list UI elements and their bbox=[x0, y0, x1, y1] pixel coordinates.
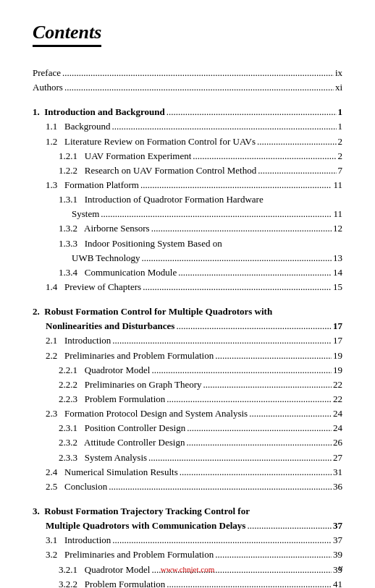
toc-label-s1.3.4: 1.3.4 Communication Module bbox=[59, 265, 177, 280]
toc-label-s1.2: 1.2 Literature Review on Formation Contr… bbox=[46, 135, 256, 149]
toc-label-s2.3.3: 2.3.3 System Analysis bbox=[59, 451, 147, 465]
toc-label-s1.3.2: 1.3.2 Airborne Sensors bbox=[59, 221, 150, 236]
toc-line-s2.5: 2.5 Conclusion..........................… bbox=[33, 480, 342, 494]
toc-line-s3.2.2: 3.2.2 Problem Formulation...............… bbox=[33, 577, 342, 588]
toc-line-s2.2.3: 2.2.3 Problem Formulation...............… bbox=[33, 392, 342, 406]
toc-line-s1.2: 1.2 Literature Review on Formation Contr… bbox=[33, 135, 342, 149]
toc-line-s2.2.1: 2.2.1 Quadrotor Model...................… bbox=[33, 363, 342, 378]
toc-container: Preface.................................… bbox=[33, 66, 342, 588]
toc-label-s1.3.1a: 1.3.1 Introduction of Quadrotor Formatio… bbox=[59, 192, 264, 207]
toc-page-preface: ix bbox=[335, 66, 342, 80]
toc-page-s2.4: 31 bbox=[333, 465, 342, 480]
toc-label-s1.1: 1.1 Background bbox=[46, 119, 111, 134]
toc-line-s1.3.3b: UWB Technology..........................… bbox=[33, 251, 342, 265]
toc-dots-s2.3.1: ........................................… bbox=[187, 421, 332, 435]
toc-page-s1.3.2: 12 bbox=[333, 221, 342, 236]
toc-label-s2.3.2: 2.3.2 Attitude Controller Design bbox=[59, 435, 185, 450]
toc-page-ch3b: 37 bbox=[333, 519, 342, 533]
toc-page-s1.2.2: 7 bbox=[338, 163, 343, 178]
toc-page-s2.2.1: 19 bbox=[333, 363, 342, 378]
toc-dots-s2.3.2: ........................................… bbox=[186, 435, 332, 450]
toc-line-s2.4: 2.4 Numerical Simulation Results........… bbox=[33, 465, 342, 480]
toc-line-s3.1: 3.1 Introduction........................… bbox=[33, 533, 342, 547]
toc-page-s1.3: 11 bbox=[333, 178, 342, 192]
toc-dots-s2.2.3: ........................................… bbox=[167, 392, 332, 406]
toc-page-s1.1: 1 bbox=[338, 119, 343, 134]
toc-page-s3.2.2: 41 bbox=[333, 577, 342, 588]
toc-line-s1.3.2: 1.3.2 Airborne Sensors..................… bbox=[33, 221, 342, 236]
toc-label-s1.3.3b: UWB Technology bbox=[72, 251, 140, 265]
toc-line-ch2b: Nonlinearities and Disturbances.........… bbox=[33, 319, 342, 333]
toc-line-s3.2: 3.2 Preliminaries and Problem Formulatio… bbox=[33, 547, 342, 562]
toc-line-ch1: 1. Introduction and Background..........… bbox=[33, 105, 342, 119]
toc-page-s1.3.1b: 11 bbox=[333, 207, 342, 221]
toc-page-s2.2.3: 22 bbox=[333, 392, 342, 406]
contents-header: Contents bbox=[33, 22, 342, 51]
toc-page-s3.2: 39 bbox=[333, 547, 342, 562]
toc-label-s1.2.1: 1.2.1 UAV Formation Experiment bbox=[59, 149, 191, 163]
toc-page-authors: xi bbox=[335, 80, 342, 95]
toc-page-s2.1: 17 bbox=[333, 333, 342, 348]
toc-label-s3.2.2: 3.2.2 Problem Formulation bbox=[59, 577, 165, 588]
toc-dots-s1.3.1b: ........................................… bbox=[101, 207, 332, 221]
toc-label-s2.3: 2.3 Formation Protocol Design and System… bbox=[46, 406, 248, 421]
toc-line-authors: Authors.................................… bbox=[33, 80, 342, 95]
toc-dots-s2.5: ........................................… bbox=[109, 480, 332, 494]
toc-dots-preface: ........................................… bbox=[62, 66, 334, 80]
toc-label-s1.3.3a: 1.3.3 Indoor Positioning System Based on bbox=[59, 237, 222, 251]
footer-url[interactable]: www.chnjet.com bbox=[161, 565, 214, 574]
toc-label-s3.1: 3.1 Introduction bbox=[46, 533, 111, 547]
toc-dots-s1.3.2: ........................................… bbox=[151, 221, 332, 236]
toc-dots-s2.3: ........................................… bbox=[249, 406, 332, 421]
toc-page-s1.2.1: 2 bbox=[338, 149, 343, 163]
toc-label-s2.2.1: 2.2.1 Quadrotor Model bbox=[59, 363, 150, 378]
toc-label-preface: Preface bbox=[33, 66, 61, 80]
toc-label-ch1: 1. Introduction and Background bbox=[33, 105, 165, 119]
toc-label-s2.3.1: 2.3.1 Position Controller Design bbox=[59, 421, 185, 435]
toc-line-ch3a: 3. Robust Formation Trajectory Tracking … bbox=[33, 504, 342, 519]
toc-dots-s1.2.1: ........................................… bbox=[193, 149, 336, 163]
toc-line-s2.2.2: 2.2.2 Preliminaries on Graph Theory.....… bbox=[33, 378, 342, 392]
toc-page-s2.3.2: 26 bbox=[333, 435, 342, 450]
toc-dots-ch2b: ........................................… bbox=[176, 319, 332, 333]
toc-dots-ch3b: ........................................… bbox=[247, 519, 332, 533]
toc-page-s2.2: 19 bbox=[333, 349, 342, 363]
toc-line-preface: Preface.................................… bbox=[33, 66, 342, 80]
toc-dots-s1.1: ........................................… bbox=[112, 119, 337, 134]
toc-dots-ch1: ........................................… bbox=[167, 105, 337, 119]
toc-dots-s3.2: ........................................… bbox=[215, 547, 332, 562]
toc-label-ch2b: Nonlinearities and Disturbances bbox=[46, 319, 174, 333]
toc-dots-s1.2: ........................................… bbox=[257, 135, 336, 149]
toc-label-ch3b: Multiple Quadrotors with Communication D… bbox=[46, 519, 245, 533]
toc-label-s3.2: 3.2 Preliminaries and Problem Formulatio… bbox=[46, 547, 214, 562]
toc-dots-s2.3.3: ........................................… bbox=[148, 451, 332, 465]
page-number: v bbox=[339, 563, 342, 574]
toc-dots-s1.3.4: ........................................… bbox=[178, 265, 332, 280]
toc-line-s2.1: 2.1 Introduction........................… bbox=[33, 333, 342, 348]
page-title: Contents bbox=[33, 22, 101, 47]
toc-dots-authors: ........................................… bbox=[64, 80, 334, 95]
toc-line-ch3b: Multiple Quadrotors with Communication D… bbox=[33, 519, 342, 533]
toc-page-s2.3.3: 27 bbox=[333, 451, 342, 465]
toc-line-s1.2.2: 1.2.2 Research on UAV Formation Control … bbox=[33, 163, 342, 178]
toc-dots-s1.4: ........................................… bbox=[143, 280, 332, 294]
toc-dots-s3.1: ........................................… bbox=[112, 533, 332, 547]
toc-label-authors: Authors bbox=[33, 80, 63, 95]
toc-line-s1.3.1b: System..................................… bbox=[33, 207, 342, 221]
toc-label-ch2a: 2. Robust Formation Control for Multiple… bbox=[33, 304, 272, 319]
toc-line-s1.1: 1.1 Background..........................… bbox=[33, 119, 342, 134]
toc-page-s1.3.4: 14 bbox=[333, 265, 342, 280]
toc-label-s1.3.1b: System bbox=[72, 207, 99, 221]
toc-label-s1.4: 1.4 Preview of Chapters bbox=[46, 280, 141, 294]
toc-page-s2.3.1: 24 bbox=[333, 421, 342, 435]
toc-dots-s1.3: ........................................… bbox=[140, 178, 332, 192]
toc-page-s1.4: 15 bbox=[333, 280, 342, 294]
toc-dots-s2.2.2: ........................................… bbox=[203, 378, 332, 392]
toc-label-s2.2: 2.2 Preliminaries and Problem Formulatio… bbox=[46, 349, 214, 363]
toc-page-s2.5: 36 bbox=[333, 480, 342, 494]
toc-line-s1.3: 1.3 Formation Platform..................… bbox=[33, 178, 342, 192]
toc-label-s2.5: 2.5 Conclusion bbox=[46, 480, 107, 494]
toc-page-s3.1: 37 bbox=[333, 533, 342, 547]
toc-line-s1.3.1a: 1.3.1 Introduction of Quadrotor Formatio… bbox=[33, 192, 342, 207]
toc-line-s1.4: 1.4 Preview of Chapters.................… bbox=[33, 280, 342, 294]
